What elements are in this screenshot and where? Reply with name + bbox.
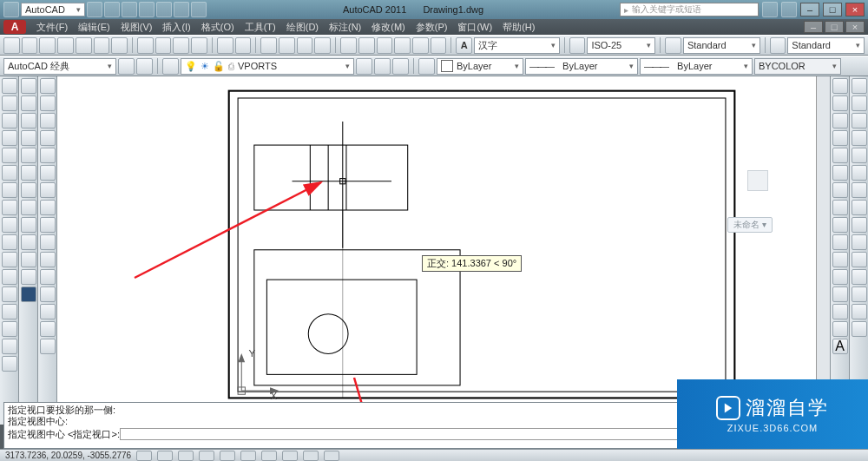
- table-icon[interactable]: [2, 339, 17, 354]
- r2-15-icon[interactable]: [852, 321, 867, 337]
- polygon-icon[interactable]: [2, 113, 17, 128]
- help-icon[interactable]: [781, 2, 797, 17]
- qat-print-icon[interactable]: [156, 2, 172, 17]
- mleader-style-mgr-button[interactable]: [770, 37, 786, 54]
- block-icon[interactable]: [2, 252, 17, 267]
- helix-icon[interactable]: [21, 182, 36, 198]
- doc-minimize-button[interactable]: –: [804, 21, 823, 33]
- ducs-toggle[interactable]: [261, 451, 277, 461]
- std-zoomprev-icon[interactable]: [314, 37, 331, 54]
- text-style-combo[interactable]: 汉字▾: [474, 37, 560, 54]
- menu-help[interactable]: 帮助(H): [497, 21, 540, 34]
- r2-1-icon[interactable]: [852, 78, 867, 94]
- std-zoomwin-icon[interactable]: [297, 37, 313, 54]
- menu-format[interactable]: 格式(O): [196, 21, 240, 34]
- polar-toggle[interactable]: [199, 451, 214, 461]
- std-toolbar-4[interactable]: [57, 37, 74, 54]
- r2-13-icon[interactable]: [852, 286, 867, 302]
- copy-icon[interactable]: [40, 95, 56, 111]
- close-button[interactable]: ×: [845, 3, 865, 16]
- color-combo[interactable]: ByLayer▾: [437, 58, 523, 75]
- dim5-icon[interactable]: [832, 217, 848, 233]
- dim-style-combo[interactable]: ISO-25▾: [587, 37, 655, 54]
- rect-icon[interactable]: [2, 130, 17, 146]
- std-tp-icon[interactable]: [377, 37, 393, 54]
- dim8-icon[interactable]: [832, 269, 848, 285]
- revcloud-icon[interactable]: [21, 130, 36, 146]
- doc-close-button[interactable]: ×: [845, 21, 865, 33]
- dyn-toggle[interactable]: [282, 451, 298, 461]
- std-match-icon[interactable]: [191, 37, 207, 54]
- mleader-style-combo[interactable]: Standard▾: [787, 37, 865, 54]
- dist-icon[interactable]: [832, 78, 848, 94]
- std-toolbar-1[interactable]: [3, 37, 20, 54]
- boundary-icon[interactable]: [21, 200, 36, 215]
- ray-icon[interactable]: [21, 95, 36, 111]
- qp-toggle[interactable]: [324, 451, 339, 461]
- stretch-icon[interactable]: [40, 217, 56, 233]
- r2-9-icon[interactable]: [852, 217, 867, 233]
- extend-icon[interactable]: [40, 252, 56, 267]
- qat-new-icon[interactable]: [87, 2, 102, 17]
- divider-icon[interactable]: [21, 217, 36, 233]
- spline-icon[interactable]: [2, 182, 17, 198]
- qat-saveas-icon[interactable]: [139, 2, 155, 17]
- linetype-combo[interactable]: ——— ByLayer▾: [525, 58, 638, 75]
- circle-icon[interactable]: [2, 165, 17, 181]
- std-ssm-icon[interactable]: [394, 37, 411, 54]
- otrack-toggle[interactable]: [240, 451, 256, 461]
- std-undo-icon[interactable]: [217, 37, 233, 54]
- arc-icon[interactable]: [2, 148, 17, 163]
- r2-14-icon[interactable]: [852, 304, 867, 319]
- std-toolbar-2[interactable]: [22, 37, 38, 54]
- lwt-toggle[interactable]: [303, 451, 319, 461]
- gradient-icon[interactable]: [2, 304, 17, 319]
- pline-icon[interactable]: [2, 95, 17, 111]
- scale-icon[interactable]: [40, 200, 56, 215]
- ellipsearc-icon[interactable]: [2, 217, 17, 233]
- menu-modify[interactable]: 修改(M): [366, 21, 411, 34]
- std-cut-icon[interactable]: [137, 37, 154, 54]
- r2-10-icon[interactable]: [852, 234, 867, 250]
- donut-icon[interactable]: [21, 113, 36, 128]
- workspace-save-icon[interactable]: [136, 58, 153, 75]
- insert-icon[interactable]: [2, 234, 17, 250]
- layer-state-icon[interactable]: [374, 58, 391, 75]
- dim4-icon[interactable]: [832, 200, 848, 215]
- lineweight-combo[interactable]: ——— ByLayer▾: [640, 58, 753, 75]
- qat-redo-icon[interactable]: [191, 2, 207, 17]
- cons-line-icon[interactable]: [21, 78, 36, 94]
- dim10-icon[interactable]: [832, 304, 848, 319]
- menu-param[interactable]: 参数(P): [411, 21, 453, 34]
- menu-insert[interactable]: 插入(I): [157, 21, 195, 34]
- 3dpoly-icon[interactable]: [21, 165, 36, 181]
- color-picker-button[interactable]: [418, 58, 435, 75]
- std-props-icon[interactable]: [340, 37, 357, 54]
- std-toolbar-7[interactable]: [111, 37, 128, 54]
- menu-tools[interactable]: 工具(T): [240, 21, 281, 34]
- text-style-mgr-button[interactable]: A: [456, 37, 472, 54]
- join-icon[interactable]: [40, 286, 56, 302]
- r2-8-icon[interactable]: [852, 200, 867, 215]
- doc-restore-button[interactable]: □: [825, 21, 844, 33]
- r2-12-icon[interactable]: [852, 269, 867, 285]
- area-icon[interactable]: [832, 95, 848, 111]
- std-copy-icon[interactable]: [155, 37, 172, 54]
- wipeout-icon[interactable]: [21, 148, 36, 163]
- infocenter-icon[interactable]: [762, 2, 778, 17]
- minimize-button[interactable]: –: [800, 3, 819, 16]
- trim-icon[interactable]: [40, 234, 56, 250]
- menu-view[interactable]: 视图(V): [115, 21, 158, 34]
- vertical-scrollbar[interactable]: [816, 76, 830, 411]
- std-calc-icon[interactable]: [431, 37, 447, 54]
- menu-draw[interactable]: 绘图(D): [281, 21, 324, 34]
- array-icon[interactable]: [40, 148, 56, 163]
- hatch-icon[interactable]: [2, 286, 17, 302]
- std-toolbar-6[interactable]: [94, 37, 110, 54]
- std-toolbar-3[interactable]: [39, 37, 56, 54]
- qat-open-icon[interactable]: [104, 2, 120, 17]
- drawing-canvas[interactable]: Y X 正交: 141.3367 < 90° 未命名 ▾: [57, 76, 816, 411]
- move-icon[interactable]: [40, 165, 56, 181]
- mtext-icon[interactable]: [2, 356, 17, 372]
- rotate-icon[interactable]: [40, 182, 56, 198]
